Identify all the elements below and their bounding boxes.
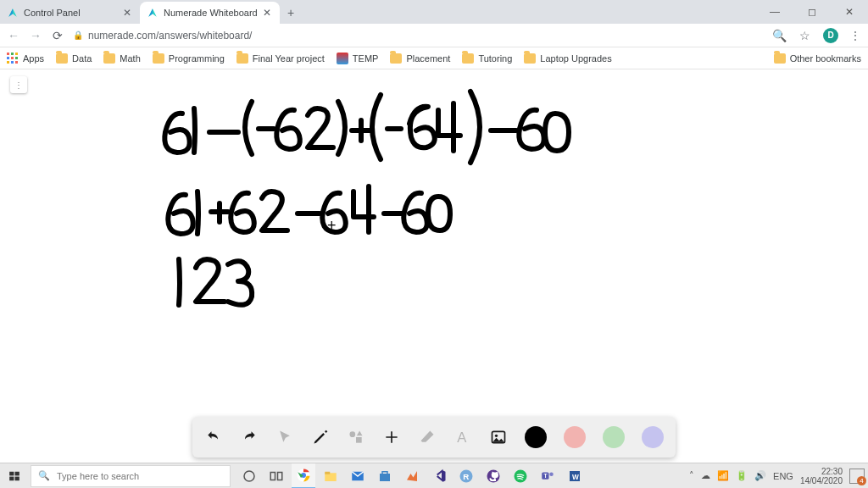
svg-text:W: W (572, 473, 579, 480)
folder-icon (56, 53, 68, 64)
omnibox[interactable]: 🔒 numerade.com/answers/whiteboard/ (73, 30, 764, 42)
tab-control-panel[interactable]: Control Panel ✕ (0, 2, 140, 24)
bookmark-label: Math (120, 53, 140, 64)
svg-rect-10 (9, 471, 14, 475)
svg-point-4 (350, 431, 356, 437)
word-icon[interactable]: W (563, 463, 587, 489)
volume-icon[interactable]: 🔊 (754, 470, 766, 481)
matlab-icon[interactable] (400, 463, 424, 489)
color-green[interactable] (603, 426, 625, 448)
close-window-button[interactable]: ✕ (831, 0, 868, 24)
tab-numerade-whiteboard[interactable]: Numerade Whiteboard ✕ (140, 2, 280, 24)
bookmark-tutoring[interactable]: Tutoring (462, 53, 512, 64)
svg-text:R: R (463, 471, 469, 480)
bookmark-label: Data (72, 53, 92, 64)
tab-label: Control Panel (24, 8, 81, 18)
rstudio-icon[interactable]: R (454, 463, 478, 489)
taskbar-search[interactable]: 🔍 Type here to search (31, 465, 231, 487)
bookmark-apps[interactable]: Apps (7, 53, 44, 64)
handwriting (157, 86, 598, 361)
add-tool[interactable] (382, 428, 401, 446)
network-icon[interactable]: 📶 (717, 470, 729, 481)
window-controls: — ◻ ✕ (756, 0, 868, 24)
clock[interactable]: 22:30 14/04/2020 (800, 467, 843, 485)
teams-icon[interactable]: T (536, 463, 559, 489)
undo-button[interactable] (204, 428, 223, 446)
folder-icon (390, 53, 402, 64)
bookmark-label: Placement (406, 53, 450, 64)
redo-button[interactable] (240, 428, 259, 446)
pencil-tool[interactable] (311, 428, 330, 446)
svg-rect-5 (356, 437, 362, 443)
bookmark-temp[interactable]: TEMP (337, 53, 379, 64)
bookmark-math[interactable]: Math (103, 53, 140, 64)
bookmark-data[interactable]: Data (56, 53, 92, 64)
profile-avatar[interactable]: D (823, 28, 838, 43)
bookmark-laptop-upgrades[interactable]: Laptop Upgrades (524, 53, 611, 64)
bookmark-final-year-project[interactable]: Final Year project (236, 53, 325, 64)
cortana-icon[interactable] (237, 463, 261, 489)
task-view-icon[interactable] (264, 463, 288, 489)
svg-marker-3 (148, 8, 153, 16)
start-button[interactable] (0, 463, 29, 489)
whiteboard-toolbar: A (192, 417, 676, 458)
bookmark-label: Tutoring (478, 53, 512, 64)
vscode-icon[interactable] (427, 463, 451, 489)
maximize-button[interactable]: ◻ (793, 0, 831, 24)
bookmark-other[interactable]: Other bookmarks (774, 53, 861, 64)
whiteboard-menu-button[interactable]: ⋮ (10, 76, 27, 93)
menu-button[interactable]: ⋮ (850, 30, 861, 42)
color-red[interactable] (564, 426, 586, 448)
language-indicator[interactable]: ENG (773, 471, 793, 481)
color-black[interactable] (525, 426, 547, 448)
back-button[interactable]: ← (7, 29, 20, 42)
bookmark-label: Apps (23, 53, 44, 64)
bookmark-label: Other bookmarks (790, 53, 861, 64)
search-icon: 🔍 (38, 470, 50, 481)
close-icon[interactable]: ✕ (123, 7, 131, 19)
tray-chevron-icon[interactable]: ˄ (689, 470, 694, 481)
bookmark-placement[interactable]: Placement (390, 53, 450, 64)
folder-icon (153, 53, 164, 64)
folder-icon (774, 53, 786, 64)
svg-text:A: A (457, 430, 467, 446)
crosshair-cursor: + (327, 217, 337, 235)
image-tool[interactable] (489, 428, 508, 446)
address-bar: ← → ⟳ 🔒 numerade.com/answers/whiteboard/… (0, 24, 868, 47)
tab-label: Numerade Whiteboard (164, 8, 258, 18)
forward-button[interactable]: → (29, 29, 42, 42)
color-purple[interactable] (642, 426, 664, 448)
bookmark-programming[interactable]: Programming (153, 53, 225, 64)
clock-time: 22:30 (800, 467, 843, 476)
bookmark-label: TEMP (353, 53, 379, 64)
minimize-button[interactable]: — (756, 0, 793, 24)
github-icon[interactable] (481, 463, 505, 489)
bookmark-label: Programming (169, 53, 225, 64)
store-icon[interactable] (373, 463, 397, 489)
temp-icon (337, 53, 348, 64)
notification-badge: 4 (857, 476, 866, 485)
star-icon[interactable]: ☆ (798, 29, 811, 42)
pointer-tool[interactable] (275, 428, 294, 446)
system-tray: ˄ ☁ 📶 🔋 🔊 ENG 22:30 14/04/2020 4 (689, 467, 868, 485)
text-tool[interactable]: A (453, 428, 472, 446)
folder-icon (462, 53, 474, 64)
action-center-icon[interactable]: 4 (849, 469, 865, 484)
bookmark-label: Final Year project (253, 53, 325, 64)
reload-button[interactable]: ⟳ (51, 29, 64, 42)
mail-icon[interactable] (346, 463, 370, 489)
eraser-tool[interactable] (418, 428, 437, 446)
close-icon[interactable]: ✕ (263, 7, 271, 19)
whiteboard-canvas[interactable]: ⋮ (0, 69, 868, 463)
file-explorer-icon[interactable] (319, 463, 342, 489)
battery-icon[interactable]: 🔋 (736, 470, 748, 481)
spotify-icon[interactable] (509, 463, 532, 489)
shapes-tool[interactable] (347, 428, 365, 446)
zoom-icon[interactable]: 🔍 (772, 29, 786, 42)
bookmarks-bar: Apps Data Math Programming Final Year pr… (0, 47, 868, 69)
new-tab-button[interactable]: + (280, 2, 302, 24)
chrome-icon[interactable] (292, 463, 315, 489)
onedrive-icon[interactable]: ☁ (701, 470, 710, 481)
numerade-icon (7, 7, 19, 19)
url-text: numerade.com/answers/whiteboard/ (88, 30, 252, 42)
